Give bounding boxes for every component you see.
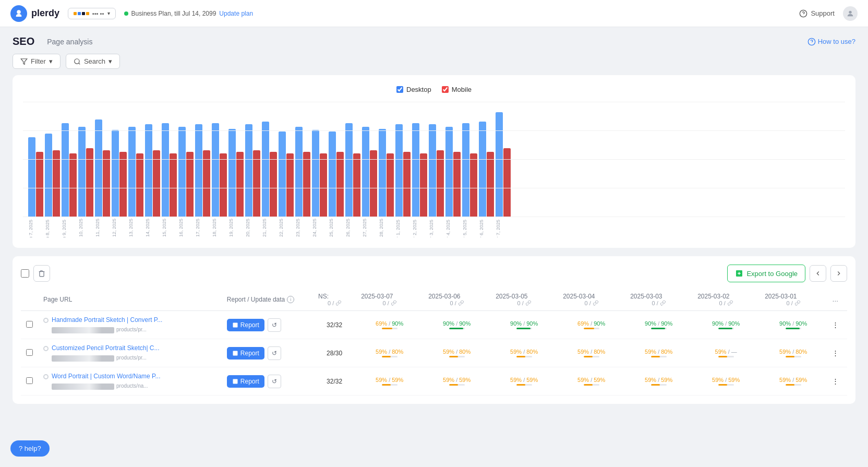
th-ns: NS: 0 / 🗪	[313, 289, 356, 311]
score-a: 59%	[779, 349, 791, 355]
report-button[interactable]: Report	[227, 319, 264, 331]
svg-line-8	[79, 63, 80, 64]
mobile-checkbox[interactable]	[442, 86, 449, 93]
score-b: 59%	[594, 377, 605, 383]
page-url-link[interactable]: Word Portrait | Custom Word/Name P...	[52, 373, 161, 380]
row-checkbox[interactable]	[26, 321, 33, 328]
bar-mobile	[153, 150, 160, 217]
bar-group	[62, 123, 77, 217]
score-cell: 90% / 90%	[760, 311, 827, 339]
site-selector-label: ▪▪▪ ▪▪	[92, 10, 104, 17]
chart-x-label: Mar 2, 2025	[412, 219, 427, 237]
page-title-area: SEO Page analysis	[13, 35, 92, 47]
score-b: 80%	[594, 349, 605, 355]
chart-x-label: Feb 19, 2025	[228, 219, 244, 237]
url-bar-preview	[52, 355, 114, 362]
chart-x-label: Feb 23, 2025	[295, 219, 310, 237]
bar-desktop	[178, 127, 186, 217]
bar-mobile	[420, 153, 427, 217]
bar-mobile	[437, 150, 444, 217]
page-url-link[interactable]: Customized Pencil Portrait Sketch| C...	[52, 344, 160, 352]
bar-desktop	[479, 122, 486, 217]
support-button[interactable]: Support	[799, 9, 835, 18]
filter-button[interactable]: Filter ▾	[13, 54, 61, 69]
chart-section: Desktop Mobile Feb 7, 2025Feb 8, 2025Feb…	[13, 75, 855, 248]
bar-group	[262, 122, 277, 217]
score-cell: 59% / 59%	[490, 367, 558, 396]
bar-group	[379, 129, 394, 217]
url-status-icon	[43, 346, 49, 351]
bar-desktop	[112, 130, 119, 217]
seo-title: SEO	[13, 35, 34, 47]
score-a: 59%	[376, 377, 387, 383]
prev-page-button[interactable]	[810, 265, 826, 282]
score-b: 80%	[661, 349, 672, 355]
th-report: Report / Update data i	[222, 289, 313, 311]
ns-value: 28/30	[313, 339, 356, 367]
refresh-button[interactable]: ↺	[268, 318, 281, 332]
legend-mobile-label: Mobile	[452, 86, 472, 93]
th-date4: 2025-03-04 0 / 🗪	[558, 289, 625, 311]
score-a: 69%	[577, 320, 589, 327]
update-plan-link[interactable]: Update plan	[219, 10, 253, 17]
chart-x-label: Feb 18, 2025	[212, 219, 227, 237]
report-button[interactable]: Report	[227, 375, 264, 388]
bar-group	[462, 123, 477, 217]
chart-x-label: Feb 20, 2025	[245, 219, 260, 237]
score-b: 59%	[392, 377, 403, 383]
search-chevron-icon: ▾	[108, 57, 112, 65]
score-cell: 59% / —	[692, 339, 760, 367]
desktop-checkbox[interactable]	[396, 86, 403, 93]
chart-x-label: Feb 7, 2025	[28, 219, 43, 237]
page-url-link[interactable]: Handmade Portrait Sketch | Convert P...	[52, 316, 162, 324]
bar-mobile	[203, 150, 210, 217]
site-selector[interactable]: ▪▪▪ ▪▪ ▾	[68, 8, 116, 19]
chart-x-label: Mar 6, 2025	[479, 219, 494, 237]
more-options[interactable]: ⋮	[827, 339, 847, 367]
score-a: 59%	[779, 377, 791, 383]
bar-mobile	[53, 150, 60, 217]
chart-x-label: Feb 24, 2025	[312, 219, 327, 237]
chart-x-label: Feb 27, 2025	[362, 219, 377, 237]
bar-desktop	[395, 124, 403, 217]
chart-x-label: Feb 25, 2025	[329, 219, 344, 237]
th-date7: 2025-03-01 0 / 🗪	[760, 289, 827, 311]
score-cell: 59% / 59%	[558, 367, 625, 396]
select-all-checkbox[interactable]	[21, 269, 29, 278]
bar-desktop	[245, 124, 252, 217]
refresh-button[interactable]: ↺	[268, 346, 281, 360]
delete-button[interactable]	[33, 265, 50, 282]
breadcrumb: Page analysis	[47, 38, 92, 46]
bar-mobile	[103, 150, 110, 217]
how-to-use-link[interactable]: How to use?	[807, 38, 855, 46]
th-date2: 2025-03-06 0 / 🗪	[423, 289, 490, 311]
more-options[interactable]: ⋮	[827, 367, 847, 396]
score-cell: 59% / 59%	[356, 367, 423, 396]
bar-mobile	[186, 152, 194, 217]
user-avatar[interactable]	[843, 6, 858, 21]
refresh-button[interactable]: ↺	[268, 375, 281, 388]
export-to-google-button[interactable]: Export to Google	[727, 265, 805, 282]
bar-group	[279, 131, 294, 217]
score-b: —	[731, 349, 737, 355]
score-a: 59%	[645, 349, 656, 355]
table-header: Page URL Report / Update data i NS: 0 / …	[21, 289, 847, 311]
score-a: 59%	[510, 377, 522, 383]
row-checkbox[interactable]	[26, 377, 33, 384]
chart-x-label: Feb 9, 2025	[62, 219, 77, 237]
search-button[interactable]: Search ▾	[66, 54, 120, 69]
bar-group	[312, 130, 327, 217]
filter-chevron-icon: ▾	[49, 57, 53, 65]
report-info-icon[interactable]: i	[287, 296, 294, 303]
svg-point-7	[75, 58, 79, 63]
row-checkbox[interactable]	[26, 349, 33, 356]
bar-mobile	[170, 153, 177, 217]
report-button[interactable]: Report	[227, 347, 264, 360]
bar-desktop	[362, 127, 369, 217]
toolbar: Filter ▾ Search ▾	[0, 47, 868, 75]
more-options[interactable]: ⋮	[827, 311, 847, 339]
url-path: products/pr...	[116, 355, 147, 361]
score-cell: 90% / 90%	[692, 311, 760, 339]
next-page-button[interactable]	[830, 265, 847, 282]
chart-x-labels: Feb 7, 2025Feb 8, 2025Feb 9, 2025Feb 10,…	[23, 217, 845, 237]
